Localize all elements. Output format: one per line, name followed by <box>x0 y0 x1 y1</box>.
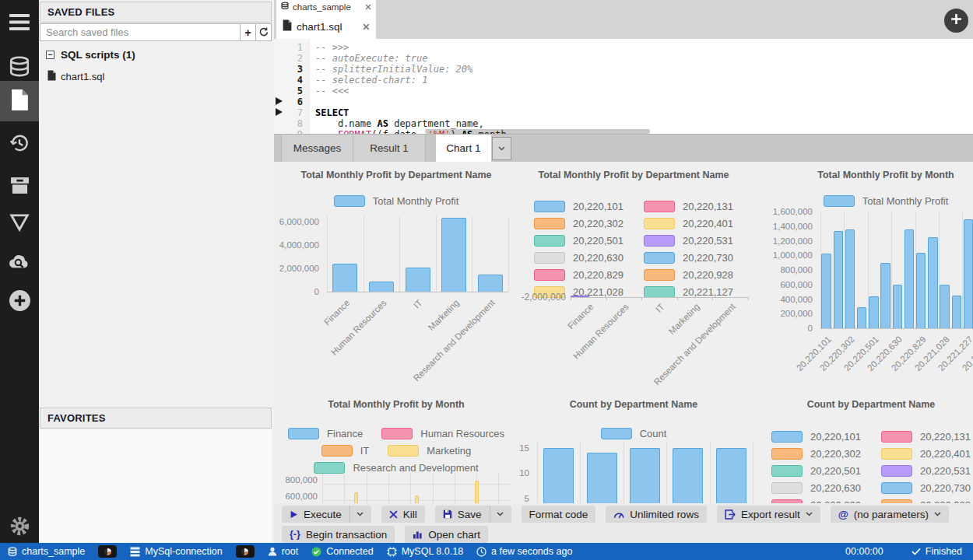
chart-legend-row: 20,220,50120,220,531 <box>516 234 751 247</box>
sidebar-item-history[interactable] <box>0 128 39 162</box>
mysql-8-0-18-status-item[interactable]: MySQL 8.0.18 <box>387 546 463 557</box>
run-marker-icon[interactable] <box>276 97 283 105</box>
bar <box>673 448 703 503</box>
legend-label: 20,220,928 <box>683 269 733 281</box>
tab-database-charts-sample[interactable]: charts_sample <box>276 0 376 13</box>
sidebar-group-sql-scripts[interactable]: − SQL scripts (1) <box>46 49 135 61</box>
chart-legend-row: 20,220,30220,220,401 <box>753 447 973 460</box>
palette-badge[interactable] <box>98 545 117 558</box>
export-result-button[interactable]: Export result <box>717 506 820 523</box>
legend-swatch <box>534 201 565 212</box>
status-label: root <box>282 546 299 557</box>
legend-swatch <box>601 428 632 439</box>
search-input[interactable] <box>40 23 241 41</box>
legend-item: Count <box>601 428 667 439</box>
a-few-seconds-ago-status-item[interactable]: a few seconds ago <box>476 546 572 557</box>
palette-badge[interactable] <box>236 545 255 558</box>
y-axis-label: 1,200,000 <box>753 236 813 247</box>
bar <box>415 495 419 503</box>
button-label: Begin transaction <box>306 529 387 541</box>
00-00-00-status-item: 00:00:00 <box>845 546 883 557</box>
close-icon[interactable] <box>363 21 370 33</box>
code-token: -- autoExecute: true <box>315 53 428 64</box>
sidebar-item-query-designer[interactable] <box>0 207 39 241</box>
chip-icon <box>387 547 397 557</box>
export-icon <box>725 509 736 520</box>
legend-swatch <box>824 195 855 207</box>
result-tab-chart-1[interactable]: Chart 1 <box>436 135 491 162</box>
begin-transaction-button[interactable]: {-}Begin transaction <box>282 526 395 543</box>
mysql-connection-status-item[interactable]: MySql-connection <box>130 546 222 557</box>
kill-button[interactable]: Kill <box>381 506 425 523</box>
code-token: -- selected-chart: 1 <box>315 75 428 86</box>
status-label: 00:00:00 <box>845 546 883 557</box>
add-connection-button[interactable] <box>0 285 39 319</box>
unlimited-rows-button[interactable]: Unlimited rows <box>606 506 707 523</box>
bar <box>332 264 357 292</box>
sidebar-item-archive[interactable] <box>0 170 39 204</box>
legend-item: 20,220,730 <box>881 482 971 494</box>
y-axis-label: 10 <box>516 467 529 478</box>
format-code-button[interactable]: Format code <box>522 506 596 523</box>
legend-swatch <box>644 269 675 281</box>
file-icon <box>11 89 29 114</box>
settings-button[interactable] <box>0 510 39 544</box>
result-tab-dropdown-button[interactable] <box>492 137 511 160</box>
y-axis-label: 600,000 <box>279 491 318 502</box>
at-icon: @ <box>838 509 848 520</box>
menu-button[interactable] <box>0 6 39 40</box>
no-parameters-button[interactable]: @(no parameters) <box>831 506 949 523</box>
legend-label: Human Resources <box>420 428 504 439</box>
y-axis-label: 1,400,000 <box>753 221 813 232</box>
bar <box>478 275 503 292</box>
result-tab-result-1[interactable]: Result 1 <box>353 135 426 162</box>
chart-legend-row: 20,220,10120,220,131 <box>516 200 751 212</box>
legend-swatch <box>388 445 419 457</box>
refresh-button[interactable] <box>256 23 272 41</box>
chart-icon <box>413 530 423 539</box>
bar <box>893 285 903 328</box>
legend-label: 20,220,401 <box>920 448 971 460</box>
legend-item: 20,220,630 <box>771 482 861 494</box>
execute-button[interactable]: Execute <box>282 506 371 523</box>
run-marker-icon[interactable] <box>276 108 283 116</box>
status-label: MySql-connection <box>145 546 222 557</box>
plus-icon <box>950 13 962 28</box>
save-button[interactable]: Save <box>435 506 511 523</box>
legend-item: Marketing <box>388 445 471 457</box>
chart-title: Total Monthly Profit by Month <box>279 399 514 410</box>
code-line: SELECT <box>315 107 349 118</box>
legend-label: 20,220,501 <box>810 465 861 477</box>
saved-file-item[interactable]: chart1.sql <box>47 70 104 83</box>
dropdown-split-button[interactable] <box>490 506 504 523</box>
chart-title: Count by Department Name <box>753 399 973 410</box>
favorites-area <box>40 429 272 543</box>
connected-status-item[interactable]: Connected <box>311 546 373 557</box>
legend-label: 20,220,730 <box>920 482 971 494</box>
open-chart-button[interactable]: Open chart <box>405 526 488 543</box>
y-axis-label: 1,600,000 <box>753 206 813 217</box>
tab-file-chart1-sql[interactable]: chart1.sql <box>276 13 376 40</box>
gridline <box>623 442 624 503</box>
result-tab-messages[interactable]: Messages <box>281 135 353 162</box>
sidebar-item-files[interactable] <box>0 81 39 121</box>
bar <box>475 481 479 503</box>
sidebar-item-cloud-search[interactable] <box>0 246 39 280</box>
favorites-title: FAVORITES <box>47 412 106 424</box>
add-file-button[interactable]: + <box>241 23 256 41</box>
charts-sample-status-item[interactable]: charts_sample <box>8 546 85 557</box>
legend-swatch <box>644 235 675 247</box>
refresh-icon <box>259 26 269 39</box>
root-status-item[interactable]: root <box>268 546 299 557</box>
legend-item: Total Monthly Profit <box>334 195 459 207</box>
new-tab-button[interactable] <box>944 9 968 33</box>
dropdown-split-button[interactable] <box>350 506 364 523</box>
sql-editor[interactable]: 123456789 -- >>>-- autoExecute: true-- s… <box>274 39 973 134</box>
file-name: chart1.sql <box>61 71 104 82</box>
x-axis-label: Marketing <box>426 298 460 332</box>
legend-item: 20,220,928 <box>644 269 733 281</box>
legend-label: Finance <box>327 428 363 439</box>
y-axis-label: 6,000,000 <box>279 216 319 227</box>
close-icon[interactable] <box>365 2 371 12</box>
chevron-down-icon <box>357 512 364 516</box>
